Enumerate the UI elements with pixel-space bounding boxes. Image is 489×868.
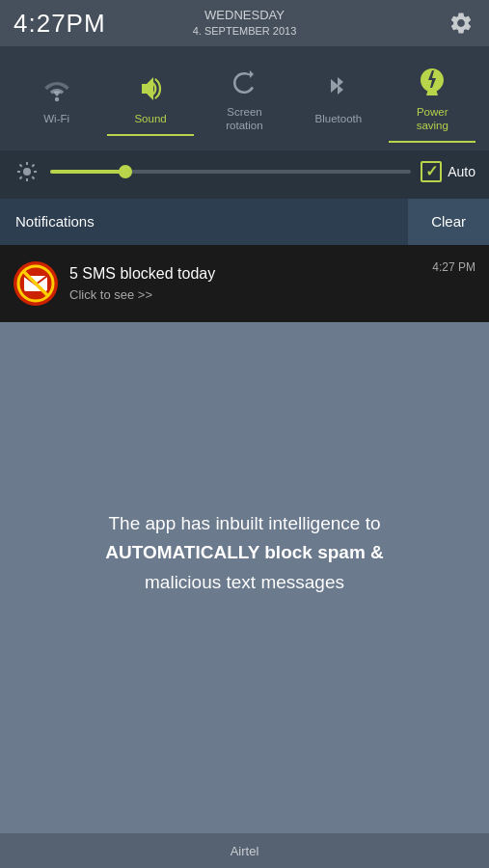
sound-label: Sound <box>134 113 166 126</box>
notification-content: 5 SMS blocked today Click to see >> <box>69 264 421 302</box>
brightness-slider[interactable] <box>50 170 411 174</box>
svg-line-6 <box>20 164 22 166</box>
sound-underline <box>107 134 194 136</box>
brightness-icon <box>14 158 41 185</box>
svg-line-8 <box>32 164 34 166</box>
quick-settings-panel: Wi-Fi Sound Screenrotation <box>0 46 489 199</box>
notification-card[interactable]: 5 SMS blocked today Click to see >> 4:27… <box>0 245 489 322</box>
notifications-header: Notifications Clear <box>0 199 489 245</box>
bottom-message: The app has inbuilt intelligence to AUTO… <box>105 509 384 597</box>
notification-time: 4:27 PM <box>432 260 475 274</box>
qs-item-power-saving[interactable]: Powersaving <box>389 64 475 150</box>
screen-rotation-icon <box>226 64 262 100</box>
carrier-name: Airtel <box>231 844 259 858</box>
notifications-title: Notifications <box>15 213 95 230</box>
status-bar: 4:27PM WEDNESDAY 4. SEPTEMBER 2013 <box>0 0 489 46</box>
notification-subtitle: Click to see >> <box>69 287 421 302</box>
auto-label: Auto <box>448 164 475 179</box>
wifi-icon <box>39 70 75 107</box>
bottom-section: The app has inbuilt intelligence to AUTO… <box>0 322 489 785</box>
svg-point-0 <box>54 97 58 101</box>
qs-item-sound[interactable]: Sound <box>107 70 194 144</box>
settings-icon[interactable] <box>447 9 475 38</box>
sound-icon <box>132 70 169 107</box>
screen-rotation-underline <box>201 141 287 143</box>
carrier-bar: Airtel <box>0 833 489 868</box>
notification-title: 5 SMS blocked today <box>69 264 421 285</box>
clear-button[interactable]: Clear <box>408 199 489 245</box>
auto-brightness-checkbox[interactable]: ✓ Auto <box>421 161 475 182</box>
power-saving-icon <box>414 64 450 100</box>
qs-item-wifi[interactable]: Wi-Fi <box>14 70 100 144</box>
bluetooth-underline <box>295 134 382 136</box>
qs-item-bluetooth[interactable]: Bluetooth <box>295 70 382 144</box>
wifi-label: Wi-Fi <box>43 113 69 126</box>
checkbox-box: ✓ <box>421 161 442 182</box>
notifications-title-area: Notifications <box>0 199 408 245</box>
status-time: 4:27PM <box>14 9 106 39</box>
brightness-row: ✓ Auto <box>0 150 489 199</box>
screen-rotation-label: Screenrotation <box>226 106 262 133</box>
notification-icon-wrap <box>14 261 58 306</box>
quick-settings-icons: Wi-Fi Sound Screenrotation <box>0 56 489 150</box>
svg-line-7 <box>32 176 34 178</box>
status-date: WEDNESDAY 4. SEPTEMBER 2013 <box>193 7 297 40</box>
qs-item-screen-rotation[interactable]: Screenrotation <box>201 64 287 150</box>
bluetooth-icon <box>320 70 357 107</box>
svg-point-1 <box>23 168 31 176</box>
power-saving-label: Powersaving <box>417 106 448 133</box>
wifi-underline <box>14 134 100 136</box>
checkbox-check-icon: ✓ <box>425 162 438 180</box>
svg-line-9 <box>20 176 22 178</box>
brightness-thumb <box>119 165 132 178</box>
brightness-fill <box>50 170 122 174</box>
blocked-icon-bg <box>14 261 58 306</box>
bluetooth-label: Bluetooth <box>315 113 363 126</box>
power-saving-underline <box>389 141 475 143</box>
